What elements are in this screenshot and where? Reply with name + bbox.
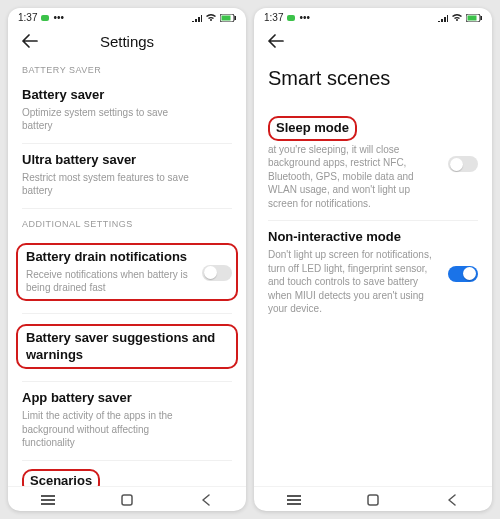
item-subtitle: Optimize system settings to save battery <box>22 106 232 133</box>
svg-rect-1 <box>222 15 231 20</box>
svg-rect-11 <box>287 495 301 497</box>
item-subtitle: Restrict most system features to save ba… <box>22 171 232 198</box>
item-title: Battery drain notifications <box>26 249 228 266</box>
page-title: Smart scenes <box>254 55 492 108</box>
item-title: App battery saver <box>22 390 232 407</box>
item-subtitle: Don't light up screen for notifications,… <box>268 248 478 316</box>
svg-rect-4 <box>41 495 55 497</box>
highlight-annotation: Battery saver suggestions and warnings <box>16 324 238 370</box>
item-subtitle: Receive notifications when battery is be… <box>26 268 228 295</box>
section-header: ADDITIONAL SETTINGS <box>22 219 232 229</box>
status-time: 1:37 <box>18 12 37 23</box>
page-title: Settings <box>50 33 204 50</box>
highlight-annotation: Scenarios <box>22 469 100 486</box>
ultra-battery-saver-item[interactable]: Ultra battery saver Restrict most system… <box>22 144 232 209</box>
svg-rect-6 <box>122 495 132 505</box>
drain-toggle[interactable] <box>202 265 232 281</box>
non-interactive-item[interactable]: Non-interactive mode Don't light up scre… <box>268 221 478 325</box>
app-bar: Settings <box>8 25 246 55</box>
status-time: 1:37 <box>264 12 283 23</box>
battery-drain-item[interactable]: Battery drain notifications Receive noti… <box>22 233 232 314</box>
app-battery-saver-item[interactable]: App battery saver Limit the activity of … <box>22 382 232 460</box>
item-title: Battery saver suggestions and warnings <box>26 330 228 364</box>
status-bar: 1:37 ••• <box>254 8 492 25</box>
battery-icon <box>466 14 482 22</box>
nav-home[interactable] <box>117 493 137 507</box>
svg-rect-8 <box>468 15 477 20</box>
nav-back[interactable] <box>196 493 216 507</box>
suggestions-item[interactable]: Battery saver suggestions and warnings <box>22 314 232 383</box>
nav-bar <box>8 486 246 511</box>
section-header: BATTERY SAVER <box>22 65 232 75</box>
battery-icon <box>220 14 236 22</box>
settings-list: BATTERY SAVER Battery saver Optimize sys… <box>8 55 246 486</box>
back-button[interactable] <box>20 31 40 51</box>
status-bar: 1:37 ••• <box>8 8 246 25</box>
nav-recents[interactable] <box>38 493 58 507</box>
back-button[interactable] <box>266 31 286 51</box>
wifi-icon <box>206 14 216 22</box>
scenarios-item[interactable]: Scenarios Identify scenarios to switch b… <box>22 461 232 486</box>
nav-back[interactable] <box>442 493 462 507</box>
status-dots: ••• <box>53 12 64 23</box>
item-title: Ultra battery saver <box>22 152 232 169</box>
svg-rect-13 <box>368 495 378 505</box>
item-subtitle: Limit the activity of the apps in the ba… <box>22 409 232 450</box>
signal-icon <box>438 14 448 22</box>
status-dots: ••• <box>299 12 310 23</box>
battery-saver-item[interactable]: Battery saver Optimize system settings t… <box>22 79 232 144</box>
svg-rect-9 <box>481 16 483 20</box>
smart-scenes-list: Sleep mode at you're sleeping, it will c… <box>254 108 492 486</box>
sleep-mode-toggle[interactable] <box>448 156 478 172</box>
settings-screen: 1:37 ••• Settings BATTERY SAVER Battery … <box>8 8 246 511</box>
status-app-indicator <box>287 15 295 21</box>
nav-bar <box>254 486 492 511</box>
item-subtitle: at you're sleeping, it will close backgr… <box>268 143 478 211</box>
item-title: Battery saver <box>22 87 232 104</box>
nav-home[interactable] <box>363 493 383 507</box>
svg-rect-3 <box>41 499 55 501</box>
svg-rect-12 <box>287 503 301 505</box>
sleep-mode-item[interactable]: Sleep mode at you're sleeping, it will c… <box>268 108 478 221</box>
app-bar <box>254 25 492 55</box>
svg-rect-10 <box>287 499 301 501</box>
item-title: Scenarios <box>22 469 232 486</box>
item-title: Non-interactive mode <box>268 229 478 246</box>
item-title: Sleep mode <box>268 116 478 141</box>
wifi-icon <box>452 14 462 22</box>
non-interactive-toggle[interactable] <box>448 266 478 282</box>
status-app-indicator <box>41 15 49 21</box>
svg-rect-2 <box>235 16 237 20</box>
svg-rect-5 <box>41 503 55 505</box>
signal-icon <box>192 14 202 22</box>
nav-recents[interactable] <box>284 493 304 507</box>
highlight-annotation: Sleep mode <box>268 116 357 141</box>
smart-scenes-screen: 1:37 ••• Smart scenes Sleep mode at you'… <box>254 8 492 511</box>
